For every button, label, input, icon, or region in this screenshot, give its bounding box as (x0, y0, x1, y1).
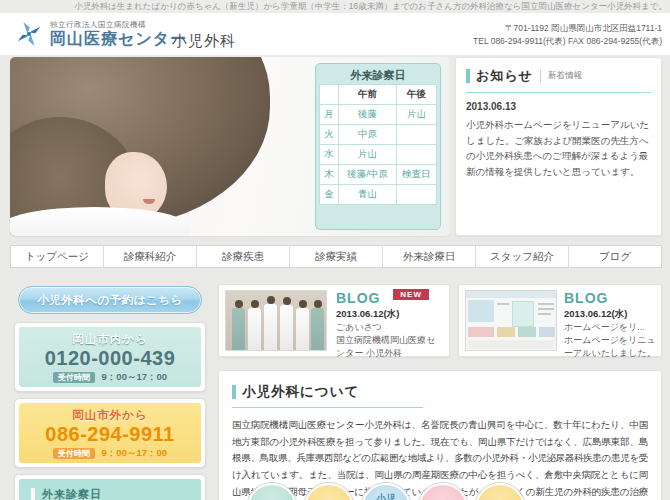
schedule-title: 外来診察日 (319, 67, 437, 84)
news-title-row: お知らせ 新着情報 (466, 67, 651, 85)
blog-entry-excerpt: ホームページをリニューアルいたしました。 (564, 334, 656, 360)
category-circle-pediatric[interactable]: 小児 (361, 483, 411, 500)
site-header: 独立行政法人国立病院機構 岡山医療センター 小児外科 〒701-1192 岡山県… (0, 13, 670, 55)
hospital-logo-icon (13, 18, 45, 50)
category-circle-5[interactable] (475, 483, 525, 500)
schedule-table: 午前 午後 月 後藤 片山 火 中原 水 片山 (319, 84, 437, 205)
sidebar-schedule-link[interactable]: 外来診察日 (14, 474, 206, 500)
nav-item-diseases[interactable]: 診療疾患 (196, 246, 289, 267)
news-body: 小児外科ホームページをリニューアルいたしました。ご家族および開業医の先生方への小… (466, 117, 651, 180)
org-small-label: 独立行政法人国立病院機構 (50, 20, 187, 30)
schedule-row: 月 後藤 片山 (320, 105, 437, 125)
nav-item-results[interactable]: 診療実績 (289, 246, 382, 267)
news-panel: お知らせ 新着情報 2013.06.13 小児外科ホームページをリニューアルいた… (455, 57, 662, 236)
news-subtitle: 新着情報 (540, 70, 582, 82)
nav-item-top[interactable]: トップページ (11, 246, 103, 267)
about-title-row: 小児外科について (232, 383, 648, 401)
nav-item-blog[interactable]: ブログ (568, 246, 661, 267)
title-accent-bar (466, 69, 470, 83)
nav-item-staff[interactable]: スタッフ紹介 (475, 246, 568, 267)
site-logo[interactable]: 独立行政法人国立病院機構 岡山医療センター (13, 18, 187, 50)
blog-date: 2013.06.12(水) (336, 308, 444, 321)
schedule-col-am: 午前 (339, 85, 397, 105)
hours-badge: 受付時間 (53, 372, 95, 383)
blog-card-greeting[interactable]: NEW BLOG 2013.06.12(水) ごあいさつ 国立病院機構岡山医療セ… (218, 284, 450, 357)
schedule-row: 金 青山 (320, 185, 437, 205)
schedule-col-pm: 午後 (397, 85, 437, 105)
blog-entry-excerpt: 国立病院機構岡山医療センター 小児外科 (336, 334, 444, 360)
category-circle-2[interactable] (304, 483, 354, 500)
phone-card-local: 岡山市内から 0120-000-439 受付時間 9：00～17：00 (14, 322, 206, 392)
blog-card-renewal[interactable]: BLOG 2013.06.12(水) ホームページをリ... ホームページをリニ… (458, 284, 662, 357)
category-circle-1[interactable] (247, 483, 297, 500)
topbar-tagline: 小児外科は生まれたばかりの赤ちゃん（新生児）から学童期（中学生：16歳未満）まで… (0, 0, 670, 13)
schedule-row: 火 中原 (320, 125, 437, 145)
phone-outside-label: 岡山市外から (19, 403, 201, 423)
nav-item-schedule[interactable]: 外来診療日 (382, 246, 475, 267)
blog-entry-title: ホームページをリ... (564, 321, 656, 334)
phone-local-number: 0120-000-439 (19, 347, 201, 370)
blog-title: BLOG (564, 290, 656, 307)
phone-card-outside: 岡山市外から 086-294-9911 受付時間 9：00～17：00 (14, 398, 206, 468)
website-screenshot-thumbnail (465, 290, 557, 351)
category-circle-4[interactable] (418, 483, 468, 500)
page: 小児外科は生まれたばかりの赤ちゃん（新生児）から学童期（中学生：16歳未満）まで… (0, 0, 670, 500)
hours-value: 9：00～17：00 (102, 447, 167, 458)
category-circles: 小児 (247, 483, 532, 500)
new-badge: NEW (393, 289, 429, 300)
nav-item-department[interactable]: 診療科紹介 (103, 246, 196, 267)
main-nav: トップページ 診療科紹介 診療疾患 診療実績 外来診療日 スタッフ紹介 ブログ (10, 245, 662, 268)
reservation-button[interactable]: 小児外科への予約はこちら (18, 286, 202, 314)
tel-fax: TEL 086-294-9911(代表) FAX 086-294-9255(代表… (473, 35, 662, 48)
hours-value: 9：00～17：00 (102, 371, 167, 382)
department-title: 小児外科 (172, 32, 236, 51)
sidebar-schedule-label: 外来診察日 (42, 487, 102, 500)
header-address: 〒701-1192 岡山県岡山市北区田益1711-1 TEL 086-294-9… (473, 22, 662, 48)
doctors-photo-thumbnail (225, 290, 327, 351)
org-name-block: 独立行政法人国立病院機構 岡山医療センター (50, 20, 187, 48)
news-title: お知らせ (476, 67, 533, 85)
hero-banner: 外来診察日 午前 午後 月 後藤 片山 火 中原 (10, 57, 450, 236)
hours-badge: 受付時間 (53, 448, 95, 459)
title-accent-bar (232, 385, 236, 399)
about-section: 小児外科について 国立病院機構岡山医療センター小児外科は、名誉院長の青山興司を中… (218, 370, 662, 500)
phone-outside-number: 086-294-9911 (19, 423, 201, 446)
vertical-bar-icon (31, 488, 35, 500)
phone-local-label: 岡山市内から (19, 327, 201, 347)
blog-date: 2013.06.12(水) (564, 308, 656, 321)
outpatient-schedule-panel: 外来診察日 午前 午後 月 後藤 片山 火 中原 (315, 63, 441, 230)
postal-address: 〒701-1192 岡山県岡山市北区田益1711-1 (473, 22, 662, 35)
about-title: 小児外科について (242, 383, 359, 401)
org-name-label: 岡山医療センター (50, 30, 187, 48)
schedule-row: 木 後藤/中原 検査日 (320, 165, 437, 185)
blog-entry-title: ごあいさつ (336, 321, 444, 334)
schedule-row: 水 片山 (320, 145, 437, 165)
news-date: 2013.06.13 (466, 101, 651, 112)
